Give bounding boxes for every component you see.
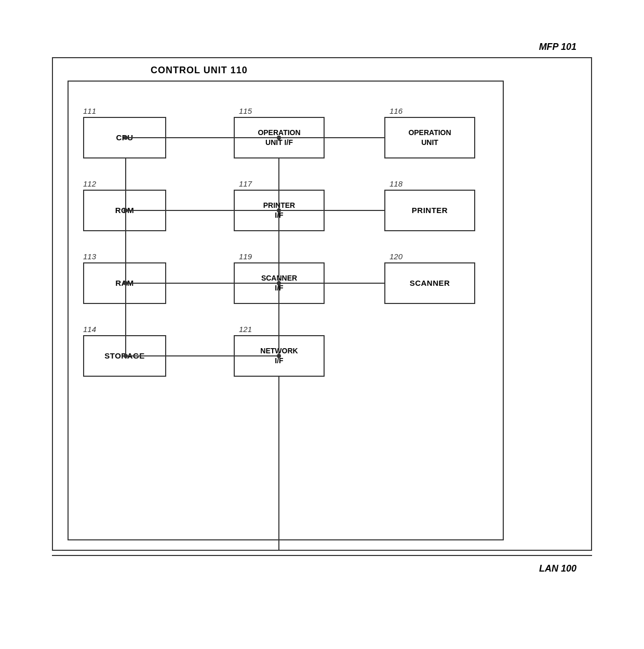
ref-scanner-if: 119 bbox=[239, 252, 252, 261]
block-rom: ROM bbox=[83, 190, 166, 231]
ref-network-if: 121 bbox=[239, 325, 252, 334]
block-cpu: CPU bbox=[83, 117, 166, 158]
lan-line bbox=[52, 555, 592, 556]
block-ram: RAM bbox=[83, 262, 166, 304]
lan-label: LAN 100 bbox=[539, 563, 576, 574]
block-printer: PRINTER bbox=[384, 190, 475, 231]
mfp-label: MFP 101 bbox=[539, 42, 576, 52]
block-op-if bbox=[234, 117, 325, 158]
block-scanner-if bbox=[234, 262, 325, 304]
ref-rom: 112 bbox=[83, 179, 96, 188]
block-network-if bbox=[234, 335, 325, 377]
ref-op-if: 115 bbox=[239, 107, 252, 115]
ref-ram: 113 bbox=[83, 252, 96, 261]
ref-cpu: 111 bbox=[83, 107, 96, 115]
ref-printer-if: 117 bbox=[239, 179, 252, 188]
ref-storage: 114 bbox=[83, 325, 96, 334]
diagram: MFP 101 CONTROL UNIT 110 LAN 100 111 CPU… bbox=[36, 26, 608, 624]
ref-scanner: 120 bbox=[390, 252, 403, 261]
block-scanner: SCANNER bbox=[384, 262, 475, 304]
block-storage: STORAGE bbox=[83, 335, 166, 377]
control-unit-label: CONTROL UNIT 110 bbox=[151, 65, 248, 76]
ref-op-unit: 116 bbox=[390, 107, 403, 115]
block-op-unit bbox=[384, 117, 475, 158]
ref-printer: 118 bbox=[390, 179, 403, 188]
block-printer-if bbox=[234, 190, 325, 231]
